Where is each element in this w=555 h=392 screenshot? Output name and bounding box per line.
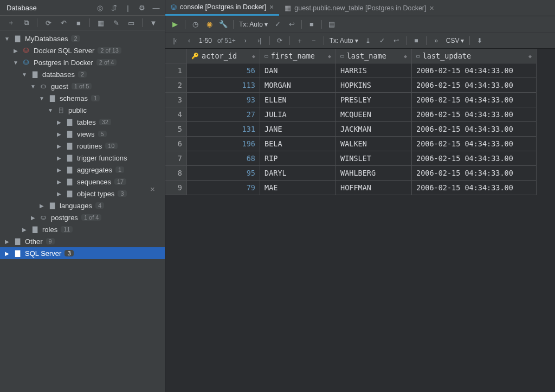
database-tree[interactable]: ▼▇MyDatabases2▶⛁Docker SQL Server2 of 13… <box>0 30 165 392</box>
gear-icon[interactable]: ⚙ <box>138 3 146 12</box>
tree-item-object-types[interactable]: ▶▇object types3 <box>0 188 165 200</box>
rollback-icon[interactable]: ↶ <box>59 18 68 27</box>
cell-last-name[interactable]: MCQUEEN <box>336 107 412 122</box>
tree-item-views[interactable]: ▶▇views5 <box>0 128 165 140</box>
commit-icon[interactable]: ✓ <box>273 20 282 29</box>
column-header-first_name[interactable]: ▭first_name◆ <box>260 49 336 63</box>
row-number[interactable]: 3 <box>165 93 187 107</box>
history-icon[interactable]: ◷ <box>191 20 199 29</box>
table-icon[interactable]: ▦ <box>96 18 105 27</box>
chevron-down-icon[interactable]: ▼ <box>48 107 53 113</box>
cell-last-update[interactable]: 2006-02-15 04:34:33.00 <box>412 151 537 166</box>
chevron-right-icon[interactable]: ▶ <box>56 155 62 161</box>
export-format-dropdown[interactable]: CSV ▾ <box>446 37 464 44</box>
cell-first-name[interactable]: ELLEN <box>260 93 336 107</box>
tree-item-tables[interactable]: ▶▇tables32 <box>0 116 165 128</box>
chevron-down-icon[interactable]: ▼ <box>22 72 27 78</box>
row-number[interactable]: 1 <box>165 63 187 78</box>
row-number[interactable]: 5 <box>165 122 187 137</box>
editor-tab[interactable]: ⛁console [Postgres in Docker]× <box>165 0 279 16</box>
chevron-right-icon[interactable]: ▶ <box>56 167 62 173</box>
revert-icon[interactable]: ↩ <box>287 20 296 29</box>
cell-last-name[interactable]: WINSLET <box>336 151 412 166</box>
tree-item-schemas[interactable]: ▼▇schemas1 <box>0 92 165 104</box>
chevron-right-icon[interactable]: ▶ <box>56 179 62 185</box>
close-tab-icon[interactable]: × <box>430 4 434 12</box>
close-tab-icon[interactable]: × <box>269 3 274 11</box>
chevron-down-icon[interactable]: ▼ <box>39 95 44 101</box>
cell-last-name[interactable]: WAHLBERG <box>336 166 412 181</box>
tree-item-Postgres-in-Docker[interactable]: ▼⛁Postgres in Docker2 of 4 <box>0 56 165 68</box>
chevron-right-icon[interactable]: ▶ <box>4 250 10 256</box>
cell-last-update[interactable]: 2006-02-15 04:34:33.00 <box>412 93 537 107</box>
cell-last-update[interactable]: 2006-02-15 04:34:33.00 <box>412 78 537 93</box>
expand-icon[interactable]: ⇵ <box>109 3 118 12</box>
chevron-right-icon[interactable]: ▶ <box>56 119 62 125</box>
chevron-right-icon[interactable]: ▶ <box>13 48 18 54</box>
explain-icon[interactable]: ◉ <box>205 20 214 29</box>
prev-page-icon[interactable]: ‹ <box>185 36 193 45</box>
cell-actor-id[interactable]: 93 <box>187 93 260 107</box>
cell-first-name[interactable]: MORGAN <box>260 78 336 93</box>
stop-icon[interactable]: ■ <box>412 36 421 45</box>
row-number[interactable]: 8 <box>165 166 187 181</box>
cell-actor-id[interactable]: 196 <box>187 137 260 151</box>
chevron-right-icon[interactable]: ▶ <box>39 203 44 209</box>
refresh-icon[interactable]: ⟳ <box>44 18 53 27</box>
tree-item-SQL-Server[interactable]: ▶▇SQL Server3 <box>0 247 165 259</box>
tree-item-Other[interactable]: ▶▇Other9 <box>0 235 165 247</box>
cell-actor-id[interactable]: 131 <box>187 122 260 137</box>
row-number[interactable]: 7 <box>165 151 187 166</box>
cell-last-name[interactable]: HARRIS <box>336 63 412 78</box>
tree-item-databases[interactable]: ▼▇databases2 <box>0 68 165 80</box>
cell-first-name[interactable]: RIP <box>260 151 336 166</box>
row-number[interactable]: 4 <box>165 107 187 122</box>
tree-item-Docker-SQL-Server[interactable]: ▶⛁Docker SQL Server2 of 13 <box>0 44 165 56</box>
cell-actor-id[interactable]: 113 <box>187 78 260 93</box>
download-icon[interactable]: ⬇ <box>475 36 484 45</box>
chevron-down-icon[interactable]: ▼ <box>13 60 18 66</box>
cell-actor-id[interactable]: 27 <box>187 107 260 122</box>
cell-last-name[interactable]: WALKEN <box>336 137 412 151</box>
column-header-last_update[interactable]: ▭last_update◆ <box>412 49 537 63</box>
layout-icon[interactable]: ▤ <box>327 20 336 29</box>
target-icon[interactable]: ◎ <box>95 3 104 12</box>
filter-icon[interactable]: ▼ <box>149 18 158 27</box>
row-number[interactable]: 6 <box>165 137 187 151</box>
editor-tab[interactable]: ▦guest.public.new_table [Postgres in Doc… <box>279 0 439 16</box>
chevron-right-icon[interactable]: ▶ <box>56 143 62 149</box>
cell-first-name[interactable]: BELA <box>260 137 336 151</box>
cell-first-name[interactable]: JULIA <box>260 107 336 122</box>
result-grid[interactable]: 🔑actor_id◆▭first_name◆▭last_name◆▭last_u… <box>165 49 555 195</box>
tree-item-sequences[interactable]: ▶▇sequences17 <box>0 176 165 188</box>
chevron-right-icon[interactable]: ▶ <box>56 131 62 137</box>
tree-item-aggregates[interactable]: ▶▇aggregates1 <box>0 164 165 176</box>
cell-last-update[interactable]: 2006-02-15 04:34:33.00 <box>412 137 537 151</box>
chevron-right-icon[interactable]: ▶ <box>22 227 27 233</box>
cell-first-name[interactable]: JANE <box>260 122 336 137</box>
cell-first-name[interactable]: MAE <box>260 181 336 195</box>
sort-icon[interactable]: ◆ <box>328 53 331 59</box>
chevron-right-icon[interactable]: ▶ <box>30 215 36 221</box>
tx-mode-dropdown[interactable]: Tx: Auto ▾ <box>330 37 358 44</box>
column-header-last_name[interactable]: ▭last_name◆ <box>336 49 412 63</box>
cell-actor-id[interactable]: 56 <box>187 63 260 78</box>
dump-icon[interactable]: ⤓ <box>364 36 372 45</box>
cell-last-update[interactable]: 2006-02-15 04:34:33.00 <box>412 122 537 137</box>
remove-row-icon[interactable]: − <box>309 36 318 45</box>
sort-icon[interactable]: ◆ <box>404 53 407 59</box>
last-page-icon[interactable]: ›| <box>255 36 264 45</box>
tree-item-trigger-functions[interactable]: ▶▇trigger functions <box>0 152 165 164</box>
chevron-right-icon[interactable]: ▶ <box>56 191 62 197</box>
sort-icon[interactable]: ◆ <box>528 53 532 59</box>
chevron-down-icon[interactable]: ▼ <box>4 36 10 42</box>
cell-first-name[interactable]: DAN <box>260 63 336 78</box>
view-as-icon[interactable]: » <box>432 36 441 45</box>
row-number[interactable]: 2 <box>165 78 187 93</box>
stop-icon[interactable]: ■ <box>74 18 83 27</box>
wrench-icon[interactable]: 🔧 <box>219 20 228 29</box>
tree-item-guest[interactable]: ▼⛀guest1 of 5 <box>0 80 165 92</box>
tree-item-public[interactable]: ▼⌸public <box>0 104 165 116</box>
cell-first-name[interactable]: DARYL <box>260 166 336 181</box>
tree-item-routines[interactable]: ▶▇routines10 <box>0 140 165 152</box>
